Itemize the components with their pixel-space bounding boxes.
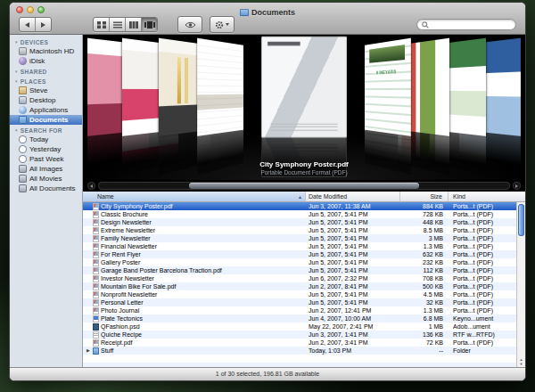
sidebar-item-past-week[interactable]: Past Week (10, 154, 82, 164)
pdf-document-icon (93, 267, 99, 274)
sidebar-item-all-images[interactable]: All Images (10, 164, 82, 174)
pdf-document-icon (93, 339, 99, 347)
file-name: Financial Newsletter (101, 242, 157, 250)
cell-kind: Porta...t (PDF) (449, 290, 516, 298)
icon-view-button[interactable] (94, 18, 110, 31)
minimize-button[interactable] (27, 6, 34, 13)
file-name: Receipt.pdf (101, 339, 132, 347)
table-row[interactable]: Nonprofit NewsletterJun 5, 2007, 5:41 PM… (83, 290, 516, 298)
list-view-button[interactable] (110, 18, 126, 31)
clock-icon (19, 155, 27, 163)
table-row[interactable]: Personal LetterJun 5, 2007, 5:41 PM32 KB… (83, 298, 516, 306)
sidebar-item-idisk[interactable]: iDisk (10, 56, 82, 66)
cell-size: 632 KB (400, 250, 449, 258)
vertical-scrollbar[interactable]: ▲▼ (516, 202, 525, 367)
disclosure-triangle-icon[interactable]: ▼ (14, 40, 19, 45)
back-button[interactable] (20, 18, 36, 31)
table-row[interactable]: Mountain Bike For Sale.pdfJun 2, 2007, 8… (83, 282, 516, 290)
left-arrow-icon (90, 184, 93, 188)
table-row[interactable]: City Symphony Poster.pdfJun 3, 2007, 11:… (83, 202, 516, 210)
table-row[interactable]: Design NewsletterJun 5, 2007, 5:41 PM448… (83, 218, 516, 226)
cover-vineyard-poster[interactable]: VINEYARD (365, 38, 411, 175)
sidebar-item-steve[interactable]: Steve (10, 86, 82, 95)
idisk-icon (19, 57, 27, 65)
table-row[interactable]: For Rent FlyerJun 5, 2007, 5:41 PM632 KB… (83, 250, 516, 258)
sidebar-item-macintosh-hd[interactable]: Macintosh HD (10, 46, 82, 56)
scroll-right-button[interactable] (513, 182, 521, 190)
sidebar-section-search-for: ▼SEARCH FOR (10, 125, 82, 135)
rtfd-document-icon (93, 331, 99, 339)
disclosure-triangle-icon[interactable]: ▶ (86, 347, 91, 355)
main-pane: VINEYARD City Symphony Poster.pdf Portab… (83, 35, 525, 367)
coverflow-view-icon (144, 21, 155, 29)
table-row[interactable]: ▶StuffToday, 1:03 PM--Folder (83, 347, 516, 355)
cell-date-modified: Jun 5, 2007, 5:41 PM (306, 258, 400, 266)
table-row[interactable]: Investor NewsletterJun 6, 2007, 2:32 PM7… (83, 274, 516, 282)
table-row[interactable]: Photo JournalJun 2, 2007, 12:41 PM1.3 MB… (83, 306, 516, 314)
cell-kind: Porta...t (PDF) (449, 242, 516, 250)
search-input[interactable] (432, 20, 511, 29)
window-content: ▼DEVICESMacintosh HDiDisk▼SHARED▼PLACESS… (10, 35, 525, 367)
table-row[interactable]: Financial NewsletterJun 5, 2007, 5:41 PM… (83, 242, 516, 250)
cell-size: 6.8 MB (400, 314, 449, 323)
sidebar-item-label: All Movies (29, 175, 62, 183)
file-name: Photo Journal (101, 306, 139, 314)
zoom-button[interactable] (37, 6, 45, 13)
disclosure-triangle-icon[interactable]: ▼ (14, 128, 19, 133)
scroll-arrows[interactable]: ▲▼ (517, 357, 525, 366)
cover-white-brochure[interactable] (197, 38, 243, 175)
coverflow-view-button[interactable] (142, 18, 157, 31)
cell-size: 500 KB (400, 282, 449, 290)
file-name: Stuff (101, 347, 113, 355)
cell-date-modified: Jun 3, 2007, 11:38 AM (306, 202, 400, 210)
column-header-date-modified[interactable]: Date Modified (306, 192, 400, 201)
action-menu-button[interactable] (210, 16, 235, 33)
table-row[interactable]: Receipt.pdfJun 2, 2007, 3:41 PM72 KBPort… (83, 339, 516, 347)
table-row[interactable]: Garage Band Poster Barcelona Traction.pd… (83, 266, 516, 274)
table-row[interactable]: Quiche RecipeJun 3, 2007, 1:41 PM136 KBR… (83, 331, 516, 339)
disclosure-triangle-icon[interactable]: ▼ (14, 69, 19, 74)
table-row[interactable]: Extreme NewsletterJun 5, 2007, 5:41 PM8.… (83, 226, 516, 234)
sidebar-item-all-documents[interactable]: All Documents (10, 184, 82, 193)
sidebar-item-documents[interactable]: Documents (10, 115, 82, 125)
list-area: City Symphony Poster.pdfJun 3, 2007, 11:… (83, 202, 525, 367)
coverflow-stage: VINEYARD (83, 35, 525, 180)
table-row[interactable]: QFashion.psdMay 22, 2007, 2:41 PM1 MBAdo… (83, 323, 516, 331)
cell-kind: Adob...ument (449, 323, 516, 331)
disclosure-triangle-icon[interactable]: ▼ (14, 79, 19, 84)
pdf-document-icon (93, 307, 99, 314)
column-header-name[interactable]: Name▲ (83, 192, 306, 201)
pdf-document-icon (93, 219, 99, 226)
column-header-size[interactable]: Size (400, 192, 449, 201)
cell-size: 32 KB (400, 298, 449, 306)
cover-city-symphony-poster[interactable] (261, 37, 346, 176)
quick-look-button[interactable] (177, 16, 202, 33)
file-name: Design Newsletter (101, 218, 152, 226)
window-title-group: Documents (240, 6, 295, 19)
clock-icon (19, 135, 27, 143)
column-view-button[interactable] (126, 18, 142, 31)
titlebar[interactable]: Documents (10, 3, 525, 15)
smart-folder-icon (19, 184, 27, 192)
table-row[interactable]: Plate TectonicsJun 4, 2007, 10:00 AM6.8 … (83, 314, 516, 323)
table-row[interactable]: Family NewsletterJun 5, 2007, 5:41 PM3 M… (83, 234, 516, 242)
sidebar-item-yesterday[interactable]: Yesterday (10, 144, 82, 154)
column-header-kind[interactable]: Kind (449, 192, 525, 201)
cell-size: 136 KB (400, 331, 449, 339)
vertical-scroll-thumb[interactable] (518, 204, 524, 236)
sidebar-item-desktop[interactable]: Desktop (10, 95, 82, 105)
coverflow-scroll-thumb[interactable] (189, 183, 420, 189)
table-row[interactable]: Classic BrochureJun 5, 2007, 5:41 PM728 … (83, 210, 516, 218)
sidebar-item-all-movies[interactable]: All Movies (10, 174, 82, 184)
scroll-left-button[interactable] (87, 182, 95, 190)
sidebar-item-applications[interactable]: Applications (10, 105, 82, 115)
back-forward-control (19, 17, 52, 32)
table-row[interactable]: Gallery PosterJun 5, 2007, 5:41 PM232 KB… (83, 258, 516, 266)
sidebar-item-today[interactable]: Today (10, 135, 82, 144)
coverflow-scroll-track[interactable] (98, 182, 510, 190)
cell-date-modified: Jun 5, 2007, 5:41 PM (306, 298, 400, 306)
close-button[interactable] (16, 6, 23, 13)
forward-button[interactable] (36, 18, 51, 31)
cell-kind: Porta...t (PDF) (449, 258, 516, 266)
cell-size: 708 KB (400, 274, 449, 282)
